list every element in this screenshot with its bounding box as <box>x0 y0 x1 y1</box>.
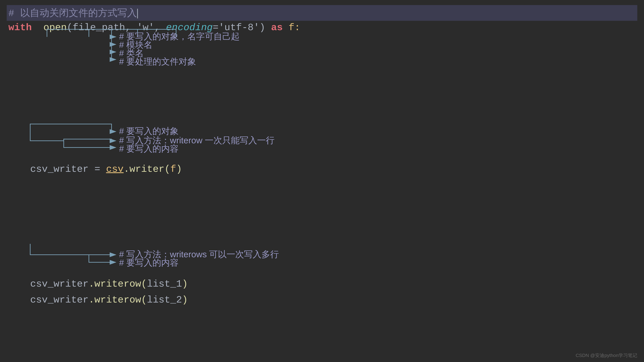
annotation-block-3 <box>7 305 637 362</box>
keyword-with: with <box>8 22 32 33</box>
csv-writer-var: csv_writer <box>30 164 94 175</box>
header-comment: # 以自动关闭文件的方式写入 <box>7 8 138 19</box>
writerow2-line: csv_writer.writerow(list_2) <box>7 295 637 305</box>
csv-module: csv <box>106 164 124 175</box>
annotation-block-1 <box>7 33 637 164</box>
csv-writer-line: csv_writer = csv.writer(f) <box>7 164 637 175</box>
keyword-as: as <box>271 22 283 33</box>
keyword-open: open <box>44 22 67 33</box>
code-area: # 以自动关闭文件的方式写入 with open(file_path, 'w',… <box>0 0 644 362</box>
var-f: f: <box>289 22 300 33</box>
writerow1-line: csv_writer.writerow(list_1) <box>7 279 637 290</box>
with-open-line: with open(file_path, 'w', encoding='utf-… <box>7 22 637 33</box>
keyword-encoding: encoding <box>166 22 213 33</box>
annotation-block-2 <box>7 175 637 279</box>
params: (file_path, 'w', <box>67 22 166 33</box>
watermark: CSDN @安迪python学习笔记 <box>576 352 637 359</box>
